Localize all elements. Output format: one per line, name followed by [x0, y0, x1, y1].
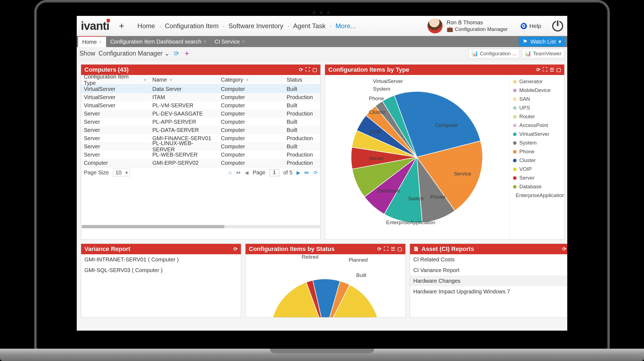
table-row[interactable]: ServerPL-DEV-SAASGATEComputerProduction [81, 109, 320, 118]
cell-status: Built [284, 102, 320, 109]
nav-configuration-item[interactable]: Configuration Item [160, 22, 224, 30]
col-category[interactable]: Category▼ [218, 77, 284, 83]
legend-dot-icon [513, 124, 517, 127]
pie-slice-label: Phone [369, 96, 384, 102]
panel-header: Configuration Items by Status ⟳ ⛶ ☰ ▢ [246, 244, 405, 254]
legend-item[interactable]: Server [510, 174, 564, 182]
legend-item[interactable]: EnterpriseApplication [510, 191, 564, 200]
maximize-icon[interactable]: ▢ [556, 67, 561, 73]
list-icon[interactable]: ☰ [550, 67, 554, 73]
page-size-select[interactable]: 10▾ [113, 169, 130, 177]
list-item[interactable]: GMI-SQL-SERV03 ( Computer ) [81, 265, 241, 276]
legend-item[interactable]: Generator [510, 77, 564, 86]
filter-icon[interactable]: ▼ [169, 78, 173, 82]
filter-icon[interactable]: ▼ [143, 78, 147, 82]
nav-software-inventory[interactable]: Software Inventory [224, 22, 288, 30]
tab-home[interactable]: Home× [78, 36, 106, 47]
pie-chart[interactable] [325, 80, 509, 234]
legend-item[interactable]: System [510, 138, 564, 147]
refresh-icon[interactable]: ⟳ [299, 67, 303, 73]
col-status[interactable]: Status [284, 77, 320, 83]
legend-label: Phone [519, 149, 534, 155]
list-item[interactable]: GMI-INTRANET-SERV01 ( Computer ) [81, 254, 241, 265]
refresh-icon[interactable]: ⟳ [536, 67, 540, 73]
list-item[interactable]: Hardware Changes [410, 276, 567, 286]
maximize-icon[interactable]: ▢ [397, 246, 402, 252]
table-row[interactable]: ServerPL-DATA-SERVERComputerBuilt [81, 126, 320, 134]
refresh-icon[interactable]: ⟳ [562, 246, 566, 252]
table-row[interactable]: VirtualServerData ServerComputerBuilt [81, 85, 320, 93]
maximize-icon[interactable]: ▢ [312, 67, 317, 73]
tab-ci-service[interactable]: CI Service× [210, 36, 249, 47]
brand-logo[interactable]: ivanti [81, 19, 109, 33]
new-button[interactable]: + [119, 21, 124, 31]
list-item[interactable]: CI Related Costs [410, 254, 567, 265]
close-icon[interactable]: × [242, 39, 245, 45]
col-name[interactable]: Name▼ [150, 77, 218, 83]
user-avatar[interactable] [428, 18, 443, 33]
nav-home[interactable]: Home [133, 22, 160, 30]
tab-ci-dashboard-search[interactable]: Configuration Item Dashboard search× [106, 36, 210, 47]
table-row[interactable]: ServerPL-APP-SERVERComputerBuilt [81, 118, 320, 126]
table-row[interactable]: ServerPL-LINUX-WEB-SERVERComputerBuilt [81, 142, 320, 151]
legend-item[interactable]: MobileDevice [510, 86, 564, 95]
refresh-icon[interactable]: ⟳ [233, 246, 238, 252]
table-row[interactable]: ServerPL-WEB-SERVERComputerProduction [81, 151, 320, 159]
legend-item[interactable]: AccessPoint [510, 121, 564, 130]
expand-icon[interactable]: ⛶ [543, 67, 548, 73]
pager-next-button[interactable]: ▶ [297, 170, 300, 176]
legend-item[interactable]: Router [510, 112, 564, 121]
scrollbar-thumb[interactable] [82, 225, 224, 228]
cell-status: Built [284, 86, 320, 92]
cell-status: Built [284, 127, 320, 133]
refresh-icon[interactable]: ⟳ [377, 246, 381, 252]
refresh-button[interactable]: ⟳ [173, 50, 180, 57]
watch-list-button[interactable]: ⚑Watch List▾ [519, 37, 565, 47]
pager-home-button[interactable]: ⌂ [229, 170, 232, 175]
logout-button[interactable] [552, 21, 563, 31]
expand-icon[interactable]: ⛶ [305, 67, 310, 73]
tool-configuration[interactable]: 📊Configuration ... [469, 49, 520, 58]
pie-slice-label: VirtualServer [373, 78, 403, 84]
legend-item[interactable]: SAN [510, 95, 564, 103]
workspace-select[interactable]: Configuration Manager ⌄ [99, 50, 170, 57]
cell-type: Server [81, 143, 150, 150]
cell-name: PL-APP-SERVER [150, 119, 218, 125]
page-input[interactable] [270, 169, 279, 176]
close-icon[interactable]: × [99, 39, 102, 45]
horizontal-scrollbar[interactable] [82, 225, 320, 228]
filter-icon[interactable]: ▼ [245, 78, 249, 82]
table-row[interactable]: ComputerGMI-ERP-SERV02ComputerProduction [81, 159, 320, 167]
table-row[interactable]: VirtualServerITAMComputerProduction [81, 93, 320, 101]
legend-item[interactable]: Cluster [510, 156, 564, 165]
close-icon[interactable]: × [203, 39, 206, 45]
cell-name: ITAM [150, 94, 218, 100]
col-ci-type[interactable]: Configuration Item Type▼ [81, 75, 150, 86]
legend-item[interactable]: VOIP [510, 165, 564, 174]
legend-item[interactable]: UPS [510, 103, 564, 112]
legend-item[interactable]: Database [510, 182, 564, 191]
pie-slice-label: Computer [435, 122, 458, 128]
pager-first-button[interactable]: ⏮ [236, 170, 241, 175]
tool-teamviewer[interactable]: 📊TeamViewer [522, 49, 565, 58]
help-button[interactable]: 🧿Help [520, 23, 541, 29]
expand-icon[interactable]: ⛶ [384, 246, 389, 252]
legend-item[interactable]: Phone [510, 147, 564, 156]
table-row[interactable]: VirtualServerPL-VM-SERVERComputerBuilt [81, 101, 320, 109]
add-button[interactable]: + [183, 50, 190, 57]
list-item[interactable]: CI Variance Report [410, 265, 567, 276]
panel-header-icons: ⟳ ⛶ ☰ ▢ [377, 246, 402, 252]
status-pie-chart[interactable] [246, 265, 405, 317]
col-label: Status [287, 77, 302, 83]
col-label: Name [152, 77, 167, 83]
pager-prev-button[interactable]: ◀ [245, 170, 249, 176]
list-item[interactable]: Hardware Impact Upgrading Windows 7 [410, 286, 567, 297]
pager-last-button[interactable]: ⏭ [304, 170, 309, 175]
cell-category: Computer [218, 127, 284, 133]
nav-more[interactable]: More... [330, 22, 361, 30]
nav-agent-task[interactable]: Agent Task [288, 22, 330, 30]
user-role: 💼Configuration Manager [447, 26, 508, 33]
list-icon[interactable]: ☰ [391, 246, 395, 252]
legend-item[interactable]: VirtualServer [510, 130, 564, 138]
pager-refresh-button[interactable]: ⟳ [314, 170, 318, 176]
